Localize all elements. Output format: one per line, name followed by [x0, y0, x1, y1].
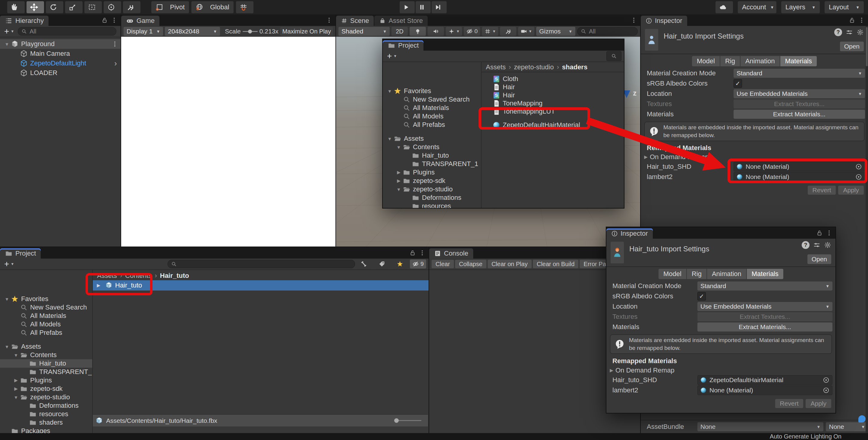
- display-dropdown[interactable]: Display 1▼: [124, 27, 163, 36]
- object-picker-icon[interactable]: [855, 173, 862, 181]
- object-picker-icon[interactable]: [823, 376, 830, 384]
- project-tree-item-plugins[interactable]: ▶Plugins: [0, 376, 92, 384]
- tab-materials[interactable]: Materials: [780, 56, 817, 66]
- inspector-scrollbar[interactable]: [866, 26, 868, 433]
- hidden-packages-toggle[interactable]: 9: [410, 259, 426, 269]
- tab-rig[interactable]: Rig: [720, 56, 740, 66]
- expander-closed-icon[interactable]: ▶: [95, 283, 102, 288]
- assetbundle-variant-dropdown[interactable]: None▼: [826, 422, 868, 431]
- project-tree-item-hair-tuto[interactable]: Hair_tuto: [0, 359, 92, 368]
- tab-materials[interactable]: Materials: [747, 269, 783, 279]
- breadcrumb-hair-tuto[interactable]: Hair_tuto: [160, 272, 189, 280]
- tab-animation[interactable]: Animation: [707, 269, 746, 279]
- project-tree-item-contents[interactable]: ▼Contents: [383, 143, 481, 151]
- hidden-objects-toggle[interactable]: 0: [464, 27, 480, 36]
- project-tree-item-assets[interactable]: ▼Assets: [383, 134, 481, 143]
- apply-button[interactable]: Apply: [838, 186, 864, 195]
- extract-materials-button[interactable]: Extract Materials...: [698, 322, 832, 332]
- tab-inspector[interactable]: Inspector: [641, 16, 687, 26]
- auto-generate-lighting-status[interactable]: Auto Generate Lighting On: [770, 433, 841, 440]
- draw-mode-dropdown[interactable]: Shaded▼: [338, 27, 390, 36]
- global-toggle[interactable]: Global: [191, 1, 234, 13]
- game-viewport[interactable]: [121, 37, 336, 247]
- expander-open-icon[interactable]: ▼: [395, 187, 403, 192]
- move-tool-button[interactable]: [27, 1, 44, 13]
- project-tree-item-resources[interactable]: resources: [0, 410, 92, 418]
- project-tree-item-zepeto-studio[interactable]: ▼zepeto-studio: [0, 393, 92, 402]
- breadcrumb[interactable]: Assets› Contents› Hair_tuto: [93, 271, 429, 280]
- tab-project-floating[interactable]: Project: [383, 40, 424, 51]
- grid-visibility-dropdown[interactable]: ▼: [482, 27, 498, 36]
- create-asset-button[interactable]: +▼: [2, 259, 16, 269]
- kebab-icon[interactable]: [826, 230, 832, 236]
- console-button-collapse[interactable]: Collapse: [455, 260, 487, 268]
- breadcrumb-assets[interactable]: Assets: [486, 63, 506, 71]
- play-button[interactable]: [400, 1, 415, 13]
- lock-icon[interactable]: [101, 17, 108, 24]
- revert-button[interactable]: Revert: [775, 399, 804, 408]
- hand-tool-button[interactable]: [7, 1, 25, 13]
- tab-project[interactable]: Project: [0, 248, 41, 258]
- help-icon[interactable]: ?: [802, 241, 809, 249]
- expander-open-icon[interactable]: ▼: [386, 89, 394, 94]
- breadcrumb-shaders[interactable]: shaders: [562, 63, 587, 71]
- layout-dropdown[interactable]: Layout▼: [825, 1, 864, 13]
- project-tree-item-all-materials[interactable]: All Materials: [0, 312, 92, 320]
- maximize-on-play-toggle[interactable]: Maximize On Play: [280, 27, 333, 36]
- selected-asset-row[interactable]: ▶ Hair_tuto: [93, 280, 429, 290]
- console-button-clear-on-build[interactable]: Clear on Build: [533, 260, 579, 268]
- resolution-dropdown[interactable]: 2048x2048▼: [165, 27, 220, 36]
- rotate-tool-button[interactable]: [46, 1, 63, 13]
- project-tree-item-zepeto-sdk[interactable]: ▶zepeto-sdk: [383, 177, 481, 185]
- assetbundle-dropdown[interactable]: None▼: [698, 422, 824, 431]
- transform-tool-button[interactable]: [104, 1, 121, 13]
- tab-inspector-floating[interactable]: Inspector: [607, 228, 653, 239]
- project-tree-item-favorites[interactable]: ▼Favorites: [383, 87, 481, 95]
- search-by-type-button[interactable]: [355, 259, 372, 269]
- gizmos-dropdown[interactable]: Gizmos▼: [536, 27, 575, 36]
- audio-toggle[interactable]: [428, 27, 444, 36]
- project-tree-item-zepeto-sdk[interactable]: ▶zepeto-sdk: [0, 384, 92, 393]
- step-button[interactable]: [432, 1, 447, 13]
- file-item-tonemappinglut[interactable]: TonemappingLUT: [482, 107, 624, 116]
- scale-slider[interactable]: [243, 31, 258, 32]
- file-item-hair[interactable]: Hair: [482, 83, 624, 91]
- hierarchy-item-loader[interactable]: LOADER: [0, 68, 121, 78]
- expander-closed-icon[interactable]: ▶: [642, 154, 650, 160]
- object-picker-icon[interactable]: [823, 387, 830, 394]
- chevron-right-icon[interactable]: ›: [114, 59, 117, 68]
- location-dropdown[interactable]: Use Embedded Materials▼: [698, 302, 832, 311]
- expander-closed-icon[interactable]: ▶: [395, 178, 403, 184]
- pivot-toggle[interactable]: Pivot: [151, 1, 189, 13]
- lock-icon[interactable]: [849, 17, 855, 24]
- scale-tool-button[interactable]: [65, 1, 83, 13]
- expander-closed-icon[interactable]: ▶: [12, 378, 20, 383]
- tab-console[interactable]: Console: [429, 248, 473, 258]
- project-tree-item-new-saved-search[interactable]: New Saved Search: [383, 95, 481, 104]
- file-item-tonemapping[interactable]: ToneMapping: [482, 99, 624, 107]
- component-tools-button[interactable]: [500, 27, 516, 36]
- pause-button[interactable]: [415, 1, 431, 13]
- project-tree-item-plugins[interactable]: ▶Plugins: [383, 168, 481, 177]
- create-menu-button[interactable]: +▼: [2, 27, 16, 36]
- project-tree-item-all-prefabs[interactable]: All Prefabs: [383, 121, 481, 129]
- kebab-icon[interactable]: [419, 250, 426, 256]
- expander-open-icon[interactable]: ▼: [3, 41, 11, 47]
- tab-asset-store[interactable]: Asset Store: [374, 16, 428, 26]
- open-button[interactable]: Open: [807, 254, 831, 264]
- camera-settings-dropdown[interactable]: ▼: [518, 27, 534, 36]
- gear-icon[interactable]: [857, 29, 864, 36]
- project-search-input[interactable]: [167, 260, 355, 268]
- search-by-label-button[interactable]: [374, 259, 390, 269]
- expander-open-icon[interactable]: ▼: [12, 395, 20, 400]
- tab-rig[interactable]: Rig: [687, 269, 707, 279]
- lock-icon[interactable]: [409, 250, 416, 256]
- file-item-cloth[interactable]: Cloth: [482, 75, 624, 83]
- custom-tools-button[interactable]: [123, 1, 141, 13]
- expander-open-icon[interactable]: ▼: [386, 136, 394, 142]
- file-item-hair[interactable]: Hair: [482, 91, 624, 99]
- expander-open-icon[interactable]: ▼: [3, 296, 11, 302]
- tab-hierarchy[interactable]: Hierarchy: [0, 16, 49, 26]
- tab-model[interactable]: Model: [692, 56, 720, 66]
- tab-animation[interactable]: Animation: [741, 56, 780, 66]
